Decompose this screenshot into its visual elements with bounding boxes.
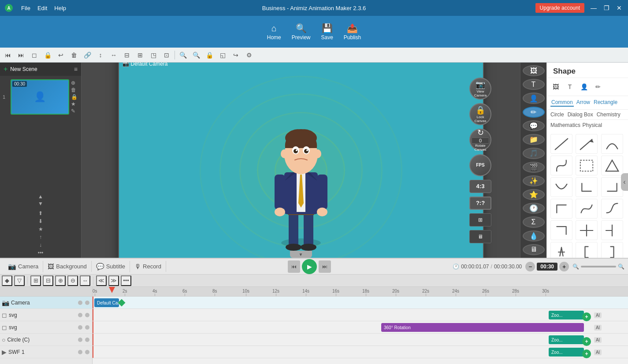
split-btn[interactable]: ≫	[108, 275, 119, 286]
upgrade-button[interactable]: Upgrade account	[535, 3, 584, 13]
publish-button[interactable]: 📤 Publish	[344, 23, 361, 41]
shape-curve-down[interactable]	[550, 177, 572, 197]
rt-video-btn[interactable]: 🎬	[523, 162, 545, 173]
layer-swf-lock[interactable]	[85, 350, 89, 354]
clip-svg1-zoo[interactable]: Zoo...	[549, 311, 584, 319]
zoom-slider[interactable]	[581, 266, 616, 267]
rt-bubble-btn[interactable]: 💬	[523, 120, 545, 131]
layer-svg2-lock[interactable]	[85, 325, 89, 330]
redo-btn[interactable]: ↪	[230, 49, 242, 61]
go-start-button[interactable]: ⏮	[288, 260, 300, 273]
tab-subtitle[interactable]: 💬 Subtitle	[92, 261, 130, 272]
clip-swf-al[interactable]: Al	[594, 349, 602, 355]
rt-image-btn[interactable]: 🖼	[523, 65, 545, 76]
grid-btn[interactable]: ⊡	[160, 49, 173, 61]
layer-swf-vis[interactable]	[78, 350, 82, 354]
shape-h-cross[interactable]	[576, 220, 598, 240]
scene-star-icon[interactable]: ★	[71, 101, 78, 107]
layer-circle-vis[interactable]	[78, 338, 82, 342]
clip-svg2-al[interactable]: Al	[594, 325, 602, 331]
menu-help[interactable]: Help	[54, 5, 66, 11]
shape-bezier2[interactable]	[601, 199, 623, 219]
move-down-icon[interactable]: ↓	[39, 242, 42, 248]
align-bottom-icon[interactable]: ⬇	[38, 218, 43, 224]
maximize-button[interactable]: ❐	[601, 4, 612, 12]
shape-v-center[interactable]	[601, 220, 623, 240]
align-left-btn[interactable]: ⊟	[121, 49, 133, 61]
clip-svg1-add[interactable]: +	[582, 312, 591, 321]
clip-svg1-al[interactable]: Al	[594, 312, 602, 318]
sp-shape-icon[interactable]: ✏	[592, 81, 604, 93]
rotate-canvas-button[interactable]: ↻ 0 Rotate Canvas	[469, 129, 491, 151]
menu-file[interactable]: File	[21, 5, 30, 11]
shape-anchor[interactable]	[550, 242, 572, 258]
rt-text-btn[interactable]: T	[523, 79, 545, 90]
rt-timer-btn[interactable]: 🕐	[523, 203, 545, 214]
shape-corner-r[interactable]	[601, 177, 623, 197]
undo-btn[interactable]: ↩	[55, 49, 67, 61]
layer-vis-dot[interactable]	[78, 301, 82, 305]
shape-arc[interactable]	[601, 134, 623, 154]
rt-shape-btn[interactable]: ✏	[523, 107, 545, 118]
subtab-circle[interactable]: Circle	[550, 111, 564, 118]
shape-triangle[interactable]	[601, 156, 623, 175]
rt-folder-btn[interactable]: 📁	[523, 134, 545, 145]
shape-dotted-rect[interactable]	[576, 156, 598, 175]
zoom-out-btn[interactable]: 🔍	[190, 49, 202, 61]
flip-h-btn[interactable]: ↔	[108, 49, 120, 61]
layer-lock-dot[interactable]	[85, 301, 89, 305]
rt-star-btn[interactable]: ⭐	[523, 189, 545, 200]
fps-button[interactable]: FPS	[469, 154, 491, 176]
shape-bracket-l[interactable]	[576, 242, 598, 258]
tab-camera[interactable]: 📷 Camera	[4, 261, 43, 272]
aspect-ratio-button[interactable]: 4:3	[469, 180, 491, 193]
sp-character-icon[interactable]: 👤	[578, 81, 590, 93]
clip-default-camera[interactable]: Default Camera	[94, 298, 119, 307]
layer-svg1-vis[interactable]	[78, 313, 82, 317]
rt-character-btn[interactable]: 👤	[523, 93, 545, 104]
tab-arrow[interactable]: Arrow	[576, 99, 591, 107]
tab-record[interactable]: 🎙 Record	[130, 261, 166, 272]
camera-extra-btn2[interactable]: 🖥	[469, 230, 491, 243]
clip-swf-add[interactable]: +	[582, 349, 591, 358]
shape-diagonal-line[interactable]	[550, 134, 572, 154]
scene-delete-icon[interactable]: 🗑	[71, 87, 78, 93]
fit-timeline-btn[interactable]: ↔	[80, 275, 90, 286]
collapse-layers-btn[interactable]: ⊖	[67, 275, 78, 286]
save-button[interactable]: 💾 Save	[321, 23, 333, 41]
time-decrease-btn[interactable]: −	[525, 262, 535, 271]
more-tl-btn[interactable]: •••	[121, 275, 131, 286]
scene-list-icon[interactable]: ≡	[74, 66, 78, 73]
clip-circle-al[interactable]: Al	[594, 337, 602, 343]
rt-effects-btn[interactable]: ✨	[523, 175, 545, 186]
clip-swf-zoo[interactable]: Zoo...	[549, 348, 584, 357]
ungroup-btn[interactable]: ⊟	[43, 275, 53, 286]
select-btn[interactable]: ◻	[28, 49, 41, 61]
close-button[interactable]: ✕	[614, 4, 624, 12]
star-icon[interactable]: ★	[38, 226, 43, 232]
fit-btn[interactable]: 🔒	[203, 49, 216, 61]
lock-btn[interactable]: 🔒	[41, 49, 54, 61]
home-button[interactable]: ⌂ Home	[267, 23, 281, 41]
move-up-icon[interactable]: ↑	[39, 234, 42, 240]
camera-extra-btn[interactable]: ⊞	[469, 213, 491, 227]
shape-bracket-r[interactable]	[601, 242, 623, 258]
layer-svg1-lock[interactable]	[85, 313, 89, 317]
minimize-button[interactable]: —	[588, 4, 599, 12]
shape-corner-br[interactable]	[550, 220, 572, 240]
shape-arrow-diagonal[interactable]	[576, 134, 598, 154]
link-btn[interactable]: 🔗	[81, 49, 93, 61]
distribute-btn[interactable]: ◳	[147, 49, 160, 61]
zoom-in-icon[interactable]: 🔍	[618, 264, 624, 270]
align-center-btn[interactable]: ⊞	[134, 49, 146, 61]
group-btn[interactable]: ⊞	[30, 275, 41, 286]
clip-circle-add[interactable]: +	[582, 337, 591, 346]
rt-music-btn[interactable]: 🎵	[523, 148, 545, 159]
add-keyframe-btn[interactable]: ◆	[2, 275, 12, 286]
tab-rectangle[interactable]: Rectangle	[593, 99, 618, 107]
speed-btn[interactable]: ≪	[96, 275, 107, 286]
clip-circle-zoo[interactable]: Zoo...	[549, 335, 584, 344]
align-top-icon[interactable]: ⬆	[38, 210, 43, 216]
lock-canvas-button[interactable]: 🔒 Lock Canvas	[469, 103, 491, 125]
rt-math-btn[interactable]: Σ	[523, 216, 545, 227]
